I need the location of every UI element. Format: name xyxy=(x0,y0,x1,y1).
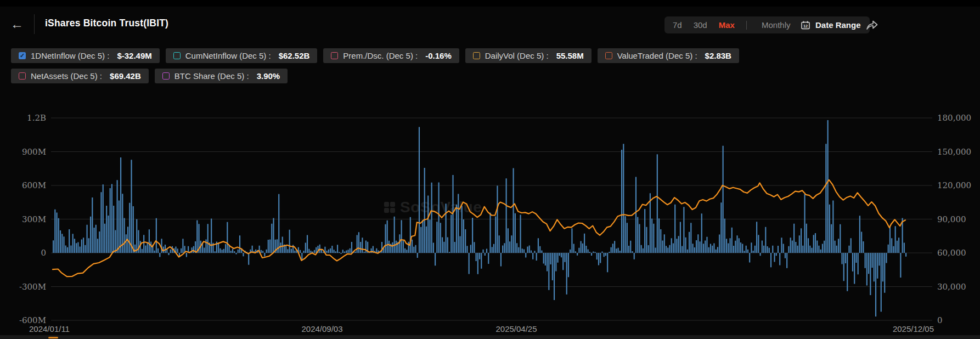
right-axis-labels: 180,000150,000120,00090,00060,00030,0000 xyxy=(937,113,971,325)
share-icon[interactable] xyxy=(865,18,879,32)
range-monthly[interactable]: Monthly xyxy=(762,20,791,30)
checkbox-icon[interactable] xyxy=(173,52,181,59)
svg-text:0: 0 xyxy=(41,248,46,258)
legend-prem-dsc[interactable]: Prem./Dsc. (Dec 5) :-0.16% xyxy=(323,48,459,63)
checkbox-icon[interactable] xyxy=(162,72,170,80)
svg-text:90,000: 90,000 xyxy=(937,214,966,224)
next-section-sliver xyxy=(48,337,58,338)
checkbox-icon[interactable] xyxy=(19,72,26,80)
legend-netassets[interactable]: NetAssets (Dec 5) :$69.42B xyxy=(11,69,149,83)
svg-text:180,000: 180,000 xyxy=(937,113,971,123)
svg-text:120,000: 120,000 xyxy=(937,180,971,190)
header-divider xyxy=(34,14,35,34)
checkbox-icon[interactable] xyxy=(331,52,338,59)
svg-text:0: 0 xyxy=(937,315,943,325)
legend-label: DailyVol (Dec 5) : xyxy=(485,51,549,60)
legend-cumnetinflow[interactable]: CumNetInflow (Dec 5) :$62.52B xyxy=(166,48,318,63)
svg-text:2024/09/03: 2024/09/03 xyxy=(301,324,342,334)
svg-text:900M: 900M xyxy=(22,147,46,157)
legend-value: $2.83B xyxy=(705,51,731,60)
checkbox-icon[interactable] xyxy=(473,52,480,59)
range-divider xyxy=(746,21,747,30)
svg-text:1.2B: 1.2B xyxy=(27,113,46,123)
legend-label: BTC Share (Dec 5) : xyxy=(174,71,249,81)
gridlines xyxy=(51,118,932,320)
legend-label: ValueTraded (Dec 5) : xyxy=(617,51,697,60)
legend-value: $69.42B xyxy=(110,71,141,81)
legend-value: $-32.49M xyxy=(117,51,151,60)
svg-text:60,000: 60,000 xyxy=(937,248,966,258)
legend-value: -0.16% xyxy=(425,51,452,60)
svg-text:2024/01/11: 2024/01/11 xyxy=(29,324,70,334)
svg-text:30,000: 30,000 xyxy=(937,282,966,292)
date-range-label: Date Range xyxy=(815,20,861,30)
x-axis-labels: 2024/01/112024/09/032025/04/252025/12/05 xyxy=(29,324,934,334)
left-axis-labels: 1.2B900M600M300M0-300M-600M xyxy=(19,113,46,325)
calendar-icon: 12 xyxy=(801,20,810,30)
checkbox-icon[interactable] xyxy=(605,52,612,59)
svg-text:150,000: 150,000 xyxy=(937,147,971,157)
legend-value: 55.58M xyxy=(556,51,584,60)
svg-text:300M: 300M xyxy=(22,214,46,224)
legend-valuetraded[interactable]: ValueTraded (Dec 5) :$2.83B xyxy=(598,48,739,63)
range-7d[interactable]: 7d xyxy=(673,20,682,30)
back-arrow-icon: ← xyxy=(10,16,24,32)
legend-row-1: ✓1DNetInflow (Dec 5) :$-32.49MCumNetInfl… xyxy=(11,48,739,63)
legend-label: CumNetInflow (Dec 5) : xyxy=(185,51,271,60)
legend-label: Prem./Dsc. (Dec 5) : xyxy=(343,51,418,60)
bottom-strip xyxy=(0,335,980,339)
svg-text:12: 12 xyxy=(803,24,808,29)
legend-value: $62.52B xyxy=(279,51,310,60)
legend-value: 3.90% xyxy=(257,71,280,81)
legend-row-2: NetAssets (Dec 5) :$69.42BBTC Share (Dec… xyxy=(11,69,288,83)
inflow-price-chart[interactable]: 1.2B900M600M300M0-300M-600M180,000150,00… xyxy=(0,93,980,336)
svg-text:600M: 600M xyxy=(22,180,46,190)
svg-text:2025/12/05: 2025/12/05 xyxy=(893,324,934,334)
legend-label: NetAssets (Dec 5) : xyxy=(31,71,102,81)
legend-dailyvol[interactable]: DailyVol (Dec 5) :55.58M xyxy=(465,48,592,63)
legend-btc-share[interactable]: BTC Share (Dec 5) :3.90% xyxy=(155,69,288,83)
legend-label: 1DNetInflow (Dec 5) : xyxy=(31,51,109,60)
range-30d[interactable]: 30d xyxy=(694,20,707,30)
svg-text:2025/04/25: 2025/04/25 xyxy=(495,324,537,334)
svg-text:-300M: -300M xyxy=(19,282,46,292)
date-range-button[interactable]: 12 Date Range xyxy=(792,16,870,33)
legend-1dnetinflow[interactable]: ✓1DNetInflow (Dec 5) :$-32.49M xyxy=(11,48,160,63)
page-title: iShares Bitcoin Trust(IBIT) xyxy=(45,18,168,29)
top-strip xyxy=(0,0,980,7)
btc-price-line xyxy=(53,180,905,276)
checkbox-checked-icon[interactable]: ✓ xyxy=(19,52,26,59)
range-max[interactable]: Max xyxy=(719,20,735,30)
netinflow-bars xyxy=(53,120,906,317)
back-button[interactable]: ← xyxy=(8,15,26,33)
